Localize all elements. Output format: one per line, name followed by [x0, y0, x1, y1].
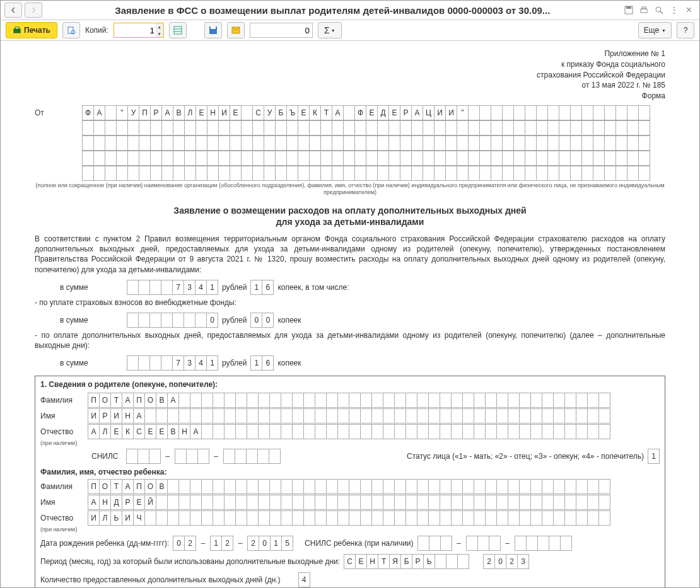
grid-cell — [326, 393, 338, 408]
grid-cell — [366, 120, 378, 135]
grid-cell — [479, 151, 491, 166]
grid-cell — [496, 495, 508, 510]
grid-cell: Е — [144, 424, 156, 439]
grid-cell — [184, 166, 196, 181]
days-row: Количество предоставленных дополнительны… — [40, 572, 660, 587]
grid-cell — [394, 510, 406, 526]
grid-cell — [627, 105, 639, 120]
grid-cell: 7 — [172, 280, 184, 295]
grid-cell: Е — [230, 105, 242, 120]
grid-cell: Р — [150, 105, 162, 120]
number-input[interactable] — [250, 23, 313, 38]
grid-cell — [195, 151, 207, 166]
grid-cell — [411, 151, 423, 166]
diskette-button[interactable] — [204, 22, 222, 38]
grid-cell: А — [93, 105, 105, 120]
grid-cell: 2 — [506, 554, 518, 569]
line-days: - по оплате дополнительных выходных дней… — [35, 330, 665, 350]
grid-cell: Ф — [354, 105, 366, 120]
grid-cell — [264, 166, 276, 181]
grid-cell: К — [309, 105, 321, 120]
grid-cell — [309, 166, 321, 181]
grid-cell — [241, 105, 253, 120]
grid-cell — [457, 120, 469, 135]
grid-cell — [167, 479, 179, 494]
nav-forward-button[interactable] — [25, 3, 42, 18]
grid-cell — [144, 408, 156, 424]
grid-cell — [576, 424, 588, 439]
sigma-button[interactable]: Σ▼ — [318, 22, 342, 38]
grid-cell — [526, 536, 538, 551]
copies-down[interactable]: ▼ — [156, 30, 163, 37]
intro-paragraph: В соответствии с пунктом 2 Правил возмещ… — [35, 234, 665, 275]
print-button[interactable]: Печать — [6, 22, 57, 38]
grid-cell — [468, 151, 480, 166]
svg-rect-3 — [642, 7, 646, 9]
grid-cell — [218, 151, 230, 166]
grid-cell — [615, 166, 627, 181]
grid-cell: П — [88, 393, 100, 408]
grid-cell: 0 — [250, 313, 262, 328]
grid-cell — [286, 135, 298, 151]
grid-cell — [445, 151, 457, 166]
org-grid: От ФА "УПРАВЛЕНИЕ СУБЪЕКТА ФЕДЕРАЦИИ" — [35, 105, 665, 120]
close-button[interactable]: × — [682, 4, 696, 16]
help-button[interactable]: ? — [677, 22, 694, 38]
grid-cell — [343, 105, 355, 120]
child-subtitle: Фамилия, имя, отчество ребенка: — [40, 468, 660, 476]
grid-cell — [536, 166, 548, 181]
grid-cell — [587, 424, 599, 439]
grid-cell — [485, 495, 497, 510]
grid-cell — [491, 120, 503, 135]
grid-cell: 1 — [210, 536, 222, 551]
kebab-icon[interactable]: ⋮ — [668, 4, 680, 16]
nav-back-button[interactable] — [4, 3, 22, 18]
grid-cell: А — [88, 495, 100, 510]
grid-cell — [519, 424, 531, 439]
grid-cell — [547, 135, 559, 151]
more-button[interactable]: Еще▼ — [638, 22, 672, 38]
grid-cell — [560, 536, 572, 551]
grid-cell — [496, 510, 508, 526]
grid-cell — [491, 135, 503, 151]
print-icon[interactable] — [638, 4, 650, 16]
grid-cell — [309, 135, 321, 151]
save-icon[interactable] — [623, 4, 634, 16]
grid-cell — [377, 166, 389, 181]
grid-cell — [457, 151, 469, 166]
grid-cell: Р — [412, 554, 424, 569]
grid-cell — [457, 554, 469, 569]
print-preview-button[interactable] — [62, 22, 80, 38]
grid-cell — [627, 166, 639, 181]
grid-cell: Р — [400, 105, 412, 120]
grid-cell — [315, 424, 327, 439]
grid-cell — [445, 166, 457, 181]
grid-cell — [184, 151, 196, 166]
grid-cell — [258, 408, 270, 424]
grid-cell — [292, 495, 304, 510]
preview-icon[interactable] — [653, 4, 665, 16]
grid-cell — [496, 479, 508, 494]
grid-cell: Б — [275, 105, 287, 120]
document-scroll[interactable]: Приложение № 1 к приказу Фонда социально… — [1, 41, 699, 587]
copies-up[interactable]: ▲ — [156, 23, 163, 30]
grid-cell — [383, 424, 395, 439]
table-button[interactable] — [169, 22, 187, 38]
grid-cell — [252, 120, 264, 135]
grid-cell — [292, 393, 304, 408]
grid-cell — [519, 510, 531, 526]
grid-cell — [477, 536, 489, 551]
appendix-header: Приложение № 1 к приказу Фонда социально… — [35, 49, 665, 101]
grid-cell — [604, 120, 616, 135]
grid-cell — [508, 424, 520, 439]
mail-button[interactable] — [227, 22, 245, 38]
grid-cell — [247, 510, 259, 526]
grid-cell — [349, 479, 361, 494]
grid-cell — [269, 408, 281, 424]
grid-cell — [186, 449, 198, 464]
grid-cell — [530, 408, 542, 424]
grid-cell — [570, 120, 582, 135]
grid-cell — [440, 424, 452, 439]
grid-cell — [127, 313, 139, 328]
grid-cell — [417, 424, 429, 439]
